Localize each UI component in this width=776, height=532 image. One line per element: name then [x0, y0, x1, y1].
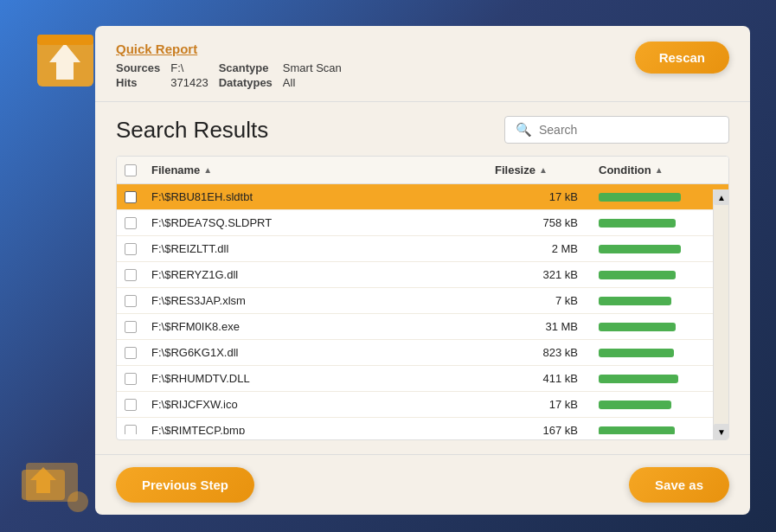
row-condition: [592, 271, 713, 279]
row-checkbox[interactable]: [125, 295, 137, 307]
row-checkbox[interactable]: [125, 321, 137, 333]
condition-sort-icon: ▲: [655, 165, 664, 175]
report-title: Quick Report: [116, 42, 342, 56]
row-filename: F:\$RG6KG1X.dll: [144, 346, 488, 359]
content-area: Search Results 🔍 Filename ▲ Filesize ▲: [95, 102, 750, 454]
search-box[interactable]: 🔍: [504, 116, 729, 144]
top-logo: [26, 26, 104, 121]
row-checkbox[interactable]: [125, 269, 137, 281]
row-filesize: 758 kB: [488, 216, 592, 229]
footer: Previous Step Save as: [95, 454, 750, 515]
th-condition-label: Condition: [599, 163, 651, 176]
row-filename: F:\$RFM0IK8.exe: [144, 320, 488, 333]
row-checkbox-cell: [117, 191, 144, 203]
previous-step-button[interactable]: Previous Step: [116, 467, 254, 503]
search-input[interactable]: [539, 123, 718, 137]
condition-bar: [599, 349, 674, 357]
row-checkbox[interactable]: [125, 347, 137, 359]
select-all-checkbox[interactable]: [125, 164, 137, 176]
rescan-button[interactable]: Rescan: [635, 42, 729, 74]
table-row[interactable]: F:\$RERYZ1G.dll 321 kB: [117, 262, 728, 288]
table-row[interactable]: F:\$RHUMDTV.DLL 411 kB: [117, 366, 728, 392]
row-condition: [592, 375, 713, 383]
scroll-up-button[interactable]: ▲: [714, 189, 729, 205]
condition-bar: [599, 323, 676, 331]
row-checkbox-cell: [117, 347, 144, 359]
sources-value: F:\: [170, 61, 208, 74]
th-scroll-spacer: [713, 163, 728, 176]
row-filename: F:\$RES3JAP.xlsm: [144, 294, 488, 307]
hits-value: 371423: [170, 76, 208, 89]
th-filesize[interactable]: Filesize ▲: [488, 163, 592, 176]
row-checkbox[interactable]: [125, 399, 137, 411]
table-row[interactable]: F:\$RES3JAP.xlsm 7 kB: [117, 288, 728, 314]
bottom-logo: [17, 445, 104, 515]
filesize-sort-icon: ▲: [539, 165, 548, 175]
row-checkbox-cell: [117, 321, 144, 333]
row-filesize: 7 kB: [488, 294, 592, 307]
row-filesize: 167 kB: [488, 424, 592, 434]
scrollbar-side: ▲ ▼: [713, 189, 728, 439]
condition-bar: [599, 375, 678, 383]
row-checkbox-cell: [117, 399, 144, 411]
save-as-button[interactable]: Save as: [629, 467, 729, 503]
search-icon: 🔍: [516, 122, 532, 138]
row-filename: F:\$RIMTECP.bmp: [144, 424, 488, 434]
table-row[interactable]: F:\$RFM0IK8.exe 31 MB: [117, 314, 728, 340]
table-header: Filename ▲ Filesize ▲ Condition ▲: [117, 157, 728, 184]
hits-label: Hits: [116, 76, 160, 89]
header: Quick Report Sources F:\ Scantype Smart …: [95, 26, 750, 102]
row-filesize: 17 kB: [488, 398, 592, 411]
search-row: Search Results 🔍: [116, 116, 729, 144]
row-condition: [592, 323, 713, 331]
sources-label: Sources: [116, 61, 160, 74]
row-checkbox-cell: [117, 243, 144, 255]
row-checkbox[interactable]: [125, 217, 137, 229]
table-row[interactable]: F:\$RIMTECP.bmp 167 kB: [117, 418, 728, 434]
row-checkbox-cell: [117, 373, 144, 385]
svg-point-6: [67, 491, 88, 512]
condition-bar: [599, 193, 681, 202]
table-body[interactable]: F:\$RBU81EH.sldtbt 17 kB F:\$RDEA7SQ.SLD…: [117, 184, 728, 434]
row-filename: F:\$RHUMDTV.DLL: [144, 372, 488, 385]
th-filename[interactable]: Filename ▲: [144, 163, 488, 176]
scroll-down-button[interactable]: ▼: [714, 424, 729, 439]
condition-bar: [599, 219, 676, 228]
row-filename: F:\$REIZLTT.dll: [144, 242, 488, 255]
table-row[interactable]: F:\$RDEA7SQ.SLDPRT 758 kB: [117, 210, 728, 236]
th-filename-label: Filename: [151, 163, 200, 176]
header-checkbox-cell: [117, 163, 144, 176]
condition-bar: [599, 271, 676, 279]
row-filename: F:\$RIJCFXW.ico: [144, 398, 488, 411]
app-logo-icon: [33, 26, 98, 95]
row-filesize: 17 kB: [488, 190, 592, 203]
row-checkbox[interactable]: [125, 243, 137, 255]
svg-rect-2: [37, 35, 93, 45]
row-checkbox[interactable]: [125, 191, 137, 203]
condition-bar: [599, 245, 681, 253]
row-checkbox-cell: [117, 425, 144, 435]
row-filesize: 823 kB: [488, 346, 592, 359]
table-row[interactable]: F:\$REIZLTT.dll 2 MB: [117, 236, 728, 262]
table-row[interactable]: F:\$RG6KG1X.dll 823 kB: [117, 340, 728, 366]
condition-bar: [599, 297, 671, 305]
th-condition[interactable]: Condition ▲: [592, 163, 713, 176]
row-condition: [592, 245, 713, 253]
row-checkbox-cell: [117, 295, 144, 307]
table-row[interactable]: F:\$RIJCFXW.ico 17 kB: [117, 392, 728, 418]
th-filesize-label: Filesize: [495, 163, 536, 176]
row-checkbox[interactable]: [125, 373, 137, 385]
row-filename: F:\$RERYZ1G.dll: [144, 268, 488, 281]
row-condition: [592, 219, 713, 228]
datatypes-label: Datatypes: [219, 76, 273, 89]
filename-sort-icon: ▲: [203, 165, 212, 175]
header-info: Quick Report Sources F:\ Scantype Smart …: [116, 42, 342, 89]
row-checkbox[interactable]: [125, 425, 137, 435]
row-filename: F:\$RDEA7SQ.SLDPRT: [144, 216, 488, 229]
results-table: Filename ▲ Filesize ▲ Condition ▲ F:\: [116, 156, 729, 440]
row-filesize: 411 kB: [488, 372, 592, 385]
condition-bar: [599, 401, 671, 409]
main-panel: Quick Report Sources F:\ Scantype Smart …: [95, 26, 750, 515]
table-row[interactable]: F:\$RBU81EH.sldtbt 17 kB: [117, 184, 728, 210]
row-condition: [592, 297, 713, 305]
